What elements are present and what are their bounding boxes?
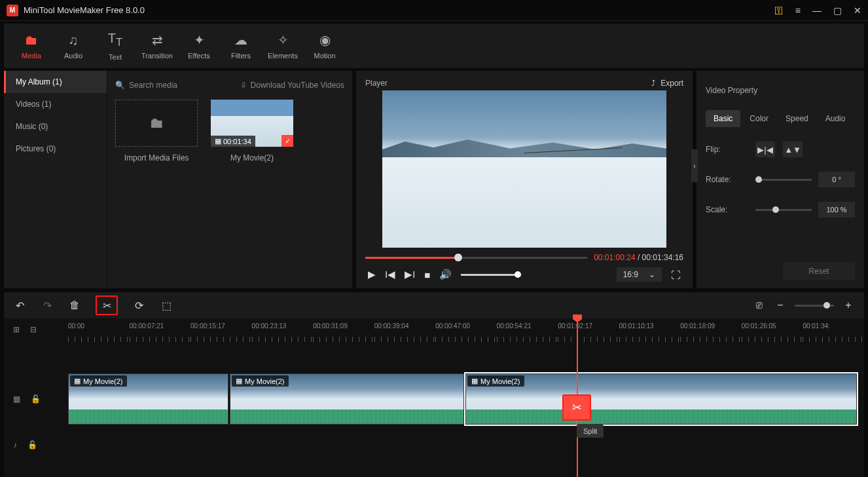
fullscreen-button[interactable]: ⛶ <box>671 269 681 280</box>
zoom-slider[interactable] <box>795 305 834 307</box>
menu-icon[interactable]: ≡ <box>795 5 801 16</box>
lock-icon[interactable]: 🔓 <box>27 440 37 449</box>
key-icon[interactable]: ⚿ <box>774 5 784 16</box>
check-icon: ✓ <box>281 135 293 147</box>
elements-icon: ✧ <box>278 32 289 48</box>
player-panel: Player ⤴Export 00:01:00:24 / 00:01:34:16… <box>356 71 693 288</box>
split-button[interactable]: ✂ <box>96 296 118 315</box>
tab-basic[interactable]: Basic <box>706 110 740 127</box>
chevron-down-icon: ⌄ <box>649 270 655 279</box>
property-title: Video Property <box>706 76 855 105</box>
lock-icon[interactable]: 🔓 <box>31 394 41 404</box>
zoom-in-button[interactable]: + <box>842 299 855 311</box>
remove-track-icon[interactable]: ⊟ <box>30 325 37 334</box>
download-youtube-link[interactable]: ⇩Download YouTube Videos <box>240 81 344 90</box>
import-media-button[interactable]: 🖿 Import Media Files <box>115 100 198 162</box>
volume-icon[interactable]: 🔊 <box>439 269 452 280</box>
rotate-slider[interactable] <box>755 179 812 181</box>
sidebar-item-videos[interactable]: Videos (1) <box>4 93 107 115</box>
split-tooltip: Split <box>577 425 604 438</box>
speed-button[interactable]: ⟳ <box>132 299 145 312</box>
undo-button[interactable]: ↶ <box>13 299 26 312</box>
add-track-icon[interactable]: ⊞ <box>13 325 20 334</box>
minimize-button[interactable]: — <box>812 5 822 16</box>
tab-speed[interactable]: Speed <box>778 110 816 127</box>
playhead[interactable]: ✂ Split <box>577 318 578 477</box>
timeline-toolbar: ↶ ↷ 🗑 ✂ ⟳ ⬚ ⎚ − + <box>4 292 864 318</box>
crop-button[interactable]: ⬚ <box>160 299 173 312</box>
split-indicator[interactable]: ✂ <box>562 394 591 421</box>
text-icon: TT <box>108 31 122 49</box>
search-icon: 🔍 <box>115 81 125 90</box>
delete-button[interactable]: 🗑 <box>68 299 81 311</box>
toolbar-media[interactable]: 🖿Media <box>10 24 52 68</box>
app-title: MiniTool MovieMaker Free 8.0.0 <box>24 5 774 15</box>
maximize-button[interactable]: ▢ <box>833 5 842 16</box>
export-icon: ⤴ <box>651 79 655 88</box>
note-icon: ♫ <box>69 33 79 48</box>
film-icon: ▦ <box>236 377 242 385</box>
flip-horizontal-button[interactable]: ▶|◀ <box>755 142 775 157</box>
search-input[interactable]: 🔍Search media <box>115 81 234 90</box>
sidebar-item-pictures[interactable]: Pictures (0) <box>4 138 107 160</box>
timeline: ⊞ ⊟ 00:00 00:00:07:21 00:00:15:17 00:00:… <box>4 318 864 477</box>
close-button[interactable]: ✕ <box>854 5 861 16</box>
timeline-clip[interactable]: ▦My Movie(2) <box>68 373 228 425</box>
toolbar-motion[interactable]: ◉Motion <box>304 24 346 68</box>
video-preview <box>365 90 683 248</box>
scale-value[interactable]: 100 % <box>818 202 855 218</box>
toolbar-filters[interactable]: ☁Filters <box>220 24 262 68</box>
reset-button[interactable]: Reset <box>783 262 855 280</box>
time-ruler[interactable]: 00:00 00:00:07:21 00:00:15:17 00:00:23:1… <box>68 322 864 342</box>
tab-color[interactable]: Color <box>742 110 776 127</box>
play-button[interactable]: ▶ <box>368 269 376 280</box>
film-icon: ▦ <box>471 377 478 385</box>
flip-vertical-button[interactable]: ▲▼ <box>783 142 803 157</box>
media-sidebar: My Album (1) Videos (1) Music (0) Pictur… <box>4 71 107 288</box>
aspect-ratio-select[interactable]: 16:9⌄ <box>617 267 662 282</box>
titlebar: M MiniTool MovieMaker Free 8.0.0 ⚿ ≡ — ▢… <box>0 0 868 21</box>
audio-track-icon: ♪ <box>13 440 17 449</box>
property-panel: › Video Property Basic Color Speed Audio… <box>696 71 864 288</box>
media-thumbnail[interactable]: ▦00:01:34 ✓ My Movie(2) <box>211 100 293 162</box>
tab-audio[interactable]: Audio <box>818 110 854 127</box>
transition-icon: ⇄ <box>152 32 163 48</box>
filters-icon: ☁ <box>234 32 247 48</box>
player-title: Player <box>365 79 651 88</box>
timeline-clip[interactable]: ▦My Movie(2) <box>465 373 857 425</box>
film-icon: ▦ <box>74 377 81 385</box>
timeline-clip[interactable]: ▦My Movie(2) <box>230 373 464 425</box>
zoom-out-button[interactable]: − <box>774 299 787 311</box>
toolbar-transition[interactable]: ⇄Transition <box>136 24 178 68</box>
toolbar-audio[interactable]: ♫Audio <box>52 24 94 68</box>
rotate-value[interactable]: 0 ° <box>818 172 855 187</box>
folder-icon: 🖿 <box>25 33 38 48</box>
main-toolbar: 🖿Media ♫Audio TTText ⇄Transition ✦Effect… <box>4 24 864 68</box>
volume-slider[interactable] <box>461 274 520 276</box>
effects-icon: ✦ <box>194 32 205 48</box>
toolbar-elements[interactable]: ✧Elements <box>262 24 304 68</box>
video-track-icon: ▦ <box>13 394 20 404</box>
media-panel: My Album (1) Videos (1) Music (0) Pictur… <box>4 71 352 288</box>
fit-button[interactable]: ⎚ <box>753 299 766 311</box>
sidebar-item-album[interactable]: My Album (1) <box>4 71 107 93</box>
scale-slider[interactable] <box>755 209 812 211</box>
toolbar-effects[interactable]: ✦Effects <box>178 24 220 68</box>
stop-button[interactable]: ■ <box>424 269 430 280</box>
download-icon: ⇩ <box>240 81 247 90</box>
redo-button[interactable]: ↷ <box>41 299 54 312</box>
export-button[interactable]: ⤴Export <box>651 79 683 88</box>
time-display: 00:01:00:24 / 00:01:34:16 <box>594 253 683 262</box>
toolbar-text[interactable]: TTText <box>94 24 136 68</box>
sidebar-item-music[interactable]: Music (0) <box>4 115 107 138</box>
collapse-handle[interactable]: › <box>691 149 698 182</box>
next-frame-button[interactable]: ▶I <box>405 269 415 280</box>
seek-slider[interactable] <box>365 257 587 259</box>
prev-frame-button[interactable]: I◀ <box>385 269 395 280</box>
film-icon: ▦ <box>215 137 221 145</box>
motion-icon: ◉ <box>319 32 331 48</box>
app-logo: M <box>7 5 18 16</box>
folder-icon: 🖿 <box>149 115 164 132</box>
